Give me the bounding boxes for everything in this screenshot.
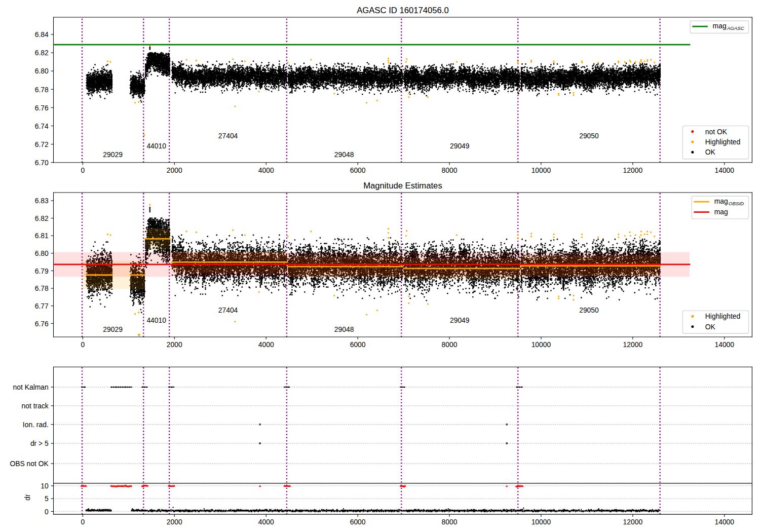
svg-text:OK: OK bbox=[705, 323, 716, 331]
svg-text:mag: mag bbox=[714, 208, 728, 216]
svg-text:6000: 6000 bbox=[350, 340, 366, 349]
svg-text:6.72: 6.72 bbox=[35, 140, 49, 148]
svg-text:2000: 2000 bbox=[167, 518, 182, 526]
svg-text:6.70: 6.70 bbox=[35, 159, 49, 167]
svg-text:not OK: not OK bbox=[705, 128, 728, 136]
svg-text:0: 0 bbox=[81, 518, 85, 526]
svg-text:12000: 12000 bbox=[623, 518, 643, 526]
svg-text:6.82: 6.82 bbox=[35, 214, 49, 222]
svg-text:12000: 12000 bbox=[623, 166, 643, 174]
svg-text:Magnitude Estimates: Magnitude Estimates bbox=[363, 181, 442, 191]
svg-text:44010: 44010 bbox=[146, 142, 166, 150]
svg-text:29048: 29048 bbox=[334, 325, 354, 333]
svg-text:not Kalman: not Kalman bbox=[13, 383, 49, 391]
svg-text:4000: 4000 bbox=[258, 166, 274, 174]
svg-text:6000: 6000 bbox=[350, 166, 366, 174]
svg-text:OBS not OK: OBS not OK bbox=[10, 460, 49, 468]
svg-text:6.84: 6.84 bbox=[35, 30, 49, 39]
svg-text:6.76: 6.76 bbox=[35, 104, 49, 112]
svg-text:6.83: 6.83 bbox=[35, 197, 49, 205]
svg-text:AGASC ID 160174056.0: AGASC ID 160174056.0 bbox=[357, 6, 449, 15]
svg-text:8000: 8000 bbox=[442, 166, 458, 174]
svg-text:6.81: 6.81 bbox=[35, 232, 49, 240]
svg-text:4000: 4000 bbox=[258, 340, 274, 349]
svg-text:10000: 10000 bbox=[531, 340, 551, 349]
svg-text:44010: 44010 bbox=[146, 316, 166, 324]
svg-text:Ion. rad.: Ion. rad. bbox=[23, 421, 49, 429]
svg-text:4000: 4000 bbox=[258, 518, 274, 526]
svg-text:Highlighted: Highlighted bbox=[705, 312, 740, 320]
svg-text:29050: 29050 bbox=[579, 306, 599, 314]
svg-text:6.79: 6.79 bbox=[35, 267, 49, 275]
svg-text:12000: 12000 bbox=[623, 340, 643, 349]
svg-text:5: 5 bbox=[45, 495, 49, 503]
svg-text:8000: 8000 bbox=[442, 518, 458, 526]
svg-text:6000: 6000 bbox=[350, 518, 366, 526]
svg-text:2000: 2000 bbox=[167, 166, 182, 174]
svg-text:10000: 10000 bbox=[531, 166, 551, 174]
svg-text:14000: 14000 bbox=[714, 166, 734, 174]
svg-text:29048: 29048 bbox=[334, 150, 354, 159]
svg-text:14000: 14000 bbox=[714, 340, 734, 349]
svg-text:29029: 29029 bbox=[103, 150, 123, 159]
svg-text:Highlighted: Highlighted bbox=[705, 138, 740, 146]
svg-text:6.82: 6.82 bbox=[35, 49, 49, 57]
svg-text:29049: 29049 bbox=[450, 316, 470, 324]
svg-text:27404: 27404 bbox=[218, 132, 238, 140]
svg-text:10000: 10000 bbox=[531, 518, 551, 526]
svg-text:6.76: 6.76 bbox=[35, 320, 49, 328]
svg-text:6.78: 6.78 bbox=[35, 284, 49, 292]
svg-text:8000: 8000 bbox=[442, 340, 458, 349]
svg-text:6.80: 6.80 bbox=[35, 249, 49, 257]
svg-text:2000: 2000 bbox=[167, 340, 182, 349]
svg-text:14000: 14000 bbox=[714, 518, 734, 526]
svg-text:not track: not track bbox=[22, 402, 49, 410]
svg-text:27404: 27404 bbox=[218, 306, 238, 314]
svg-text:OK: OK bbox=[705, 148, 716, 156]
svg-text:29029: 29029 bbox=[103, 325, 123, 333]
svg-text:6.80: 6.80 bbox=[35, 67, 49, 75]
svg-text:6.74: 6.74 bbox=[35, 122, 49, 130]
svg-text:0: 0 bbox=[45, 508, 49, 516]
svg-text:6.77: 6.77 bbox=[35, 302, 49, 310]
svg-text:0: 0 bbox=[81, 166, 85, 174]
svg-text:dr > 5: dr > 5 bbox=[30, 439, 49, 447]
svg-text:29050: 29050 bbox=[579, 132, 599, 140]
svg-text:10: 10 bbox=[41, 482, 49, 490]
svg-text:0: 0 bbox=[81, 340, 85, 349]
svg-text:29049: 29049 bbox=[450, 142, 470, 150]
svg-text:6.78: 6.78 bbox=[35, 86, 49, 94]
svg-text:dr: dr bbox=[23, 494, 31, 501]
